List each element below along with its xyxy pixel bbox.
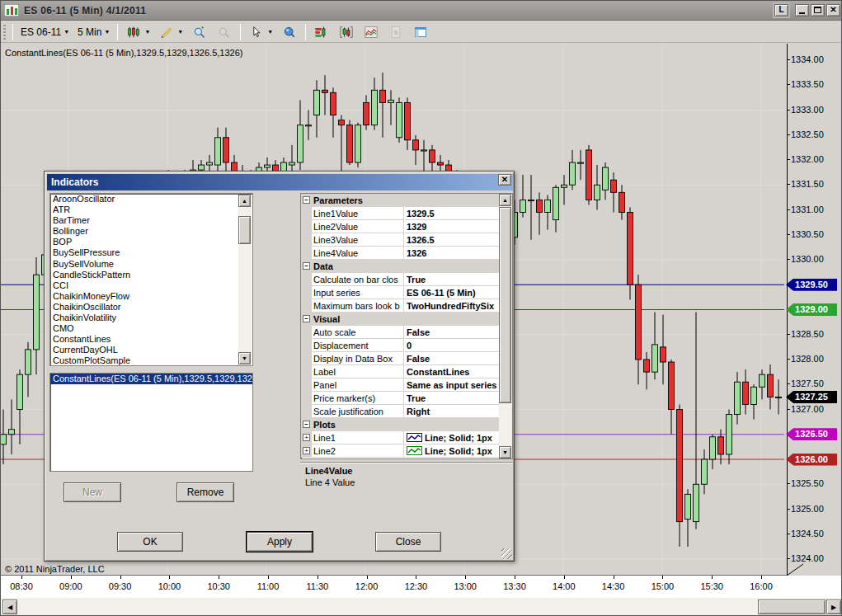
grid-scrollbar[interactable]: ▲ ▼ bbox=[499, 194, 512, 458]
lock-button[interactable]: L bbox=[774, 4, 788, 16]
property-row-calculate-on-bar-clos[interactable]: Calculate on bar closTrue bbox=[301, 273, 500, 286]
property-value[interactable]: True bbox=[404, 275, 500, 284]
property-row-input-series[interactable]: Input seriesES 06-11 (5 Min) bbox=[301, 286, 500, 299]
indicator-list-item[interactable]: Bollinger bbox=[50, 226, 252, 237]
property-row-auto-scale[interactable]: Auto scaleFalse bbox=[301, 326, 500, 339]
list-scrollbar[interactable]: ▲ ▼ bbox=[238, 195, 252, 364]
instrument-dropdown[interactable]: ES 06-11 ▼ bbox=[16, 25, 73, 40]
property-value[interactable]: Same as input series bbox=[404, 380, 500, 390]
property-value[interactable]: False bbox=[404, 354, 500, 364]
indicators-button[interactable] bbox=[359, 23, 383, 41]
collapse-icon[interactable]: − bbox=[303, 196, 310, 204]
scrollbar-thumb[interactable] bbox=[499, 207, 511, 403]
property-value[interactable]: Line; Solid; 1px bbox=[404, 433, 500, 443]
scroll-right-button[interactable]: ▶ bbox=[826, 600, 841, 614]
property-row-panel[interactable]: PanelSame as input series bbox=[301, 379, 500, 392]
zoom-in-button[interactable] bbox=[187, 23, 212, 41]
scroll-down-button[interactable]: ▼ bbox=[238, 352, 251, 364]
indicator-list-item[interactable]: BuySellPressure bbox=[50, 247, 252, 258]
remove-button[interactable]: Remove bbox=[176, 482, 234, 502]
collapse-icon[interactable]: − bbox=[303, 421, 310, 428]
indicator-list-item[interactable]: ChaikinVolatility bbox=[50, 313, 252, 323]
property-category-visual[interactable]: −Visual bbox=[301, 313, 500, 326]
indicator-list-item[interactable]: CCI bbox=[50, 280, 252, 291]
scrollbar-thumb[interactable] bbox=[238, 216, 251, 244]
property-value[interactable]: True bbox=[404, 393, 500, 403]
indicator-list-item[interactable]: CustomPlotSample bbox=[50, 355, 252, 366]
ok-button[interactable]: OK bbox=[117, 532, 183, 552]
property-row-display-in-data-box[interactable]: Display in Data BoxFalse bbox=[301, 352, 500, 365]
property-category-plots[interactable]: −Plots bbox=[301, 418, 500, 431]
scroll-up-button[interactable]: ▲ bbox=[238, 195, 251, 207]
selected-indicator-item[interactable]: ConstantLines(ES 06-11 (5 Min),1329.5,13… bbox=[50, 374, 252, 384]
indicator-list-item[interactable]: ConstantLines bbox=[50, 334, 252, 345]
property-row-line2[interactable]: +Line2Line; Solid; 1px bbox=[301, 444, 500, 458]
apply-button[interactable]: Apply bbox=[247, 532, 313, 552]
property-value[interactable]: ES 06-11 (5 Min) bbox=[404, 288, 500, 298]
property-row-line3value[interactable]: Line3Value1326.5 bbox=[301, 233, 500, 247]
draw-tool-button[interactable]: ▼ bbox=[154, 23, 187, 41]
property-row-line1value[interactable]: Line1Value1329.5 bbox=[301, 207, 500, 220]
property-value[interactable]: 1329.5 bbox=[404, 209, 500, 219]
property-value[interactable]: ConstantLines bbox=[404, 367, 500, 377]
property-row-line2value[interactable]: Line2Value1329 bbox=[301, 220, 500, 233]
toolbar-grip[interactable] bbox=[3, 25, 6, 40]
property-value[interactable]: Right bbox=[404, 407, 500, 416]
maximize-button[interactable] bbox=[811, 4, 825, 16]
scroll-up-button[interactable]: ▲ bbox=[499, 194, 511, 206]
collapse-icon[interactable]: − bbox=[303, 315, 310, 322]
resize-grip[interactable] bbox=[501, 548, 512, 559]
property-row-line4value[interactable]: Line4Value1326 bbox=[301, 247, 500, 260]
horizontal-scrollbar[interactable]: ◀ ▶ bbox=[1, 597, 842, 616]
bar-style-button[interactable]: ▼ bbox=[121, 23, 154, 41]
available-indicators-list[interactable]: ▲ ▼ AroonOscillatorATRBarTimerBollingerB… bbox=[49, 193, 253, 366]
data-box-button[interactable] bbox=[277, 23, 302, 41]
property-row-maximum-bars-look-b[interactable]: Maximum bars look bTwoHundredFiftySix bbox=[301, 299, 500, 313]
scroll-down-button[interactable]: ▼ bbox=[499, 446, 511, 458]
price-axis[interactable]: 1334.001333.501333.001332.501332.001331.… bbox=[784, 44, 842, 576]
expand-icon[interactable]: + bbox=[303, 434, 310, 441]
indicator-list-item[interactable]: BOP bbox=[50, 237, 252, 247]
minimize-button[interactable] bbox=[795, 4, 809, 16]
expand-icon[interactable]: + bbox=[303, 447, 310, 454]
indicator-list-item[interactable]: CMO bbox=[50, 323, 252, 334]
bar-type-button[interactable] bbox=[334, 23, 359, 41]
close-dialog-button[interactable]: Close bbox=[375, 532, 441, 552]
property-value[interactable]: 1326 bbox=[404, 248, 500, 258]
property-grid[interactable]: −ParametersLine1Value1329.5Line2Value132… bbox=[300, 193, 513, 459]
property-value[interactable]: 0 bbox=[404, 341, 500, 350]
property-value[interactable]: Line; Solid; 1px bbox=[404, 446, 500, 456]
property-value[interactable]: TwoHundredFiftySix bbox=[404, 301, 500, 311]
property-row-displacement[interactable]: Displacement0 bbox=[301, 339, 500, 352]
selected-indicators-list[interactable]: ConstantLines(ES 06-11 (5 Min),1329.5,13… bbox=[49, 373, 253, 472]
property-category-parameters[interactable]: −Parameters bbox=[301, 194, 500, 207]
property-row-label[interactable]: LabelConstantLines bbox=[301, 365, 500, 379]
title-bar[interactable]: ES 06-11 (5 Min) 4/1/2011 L ✕ bbox=[1, 1, 842, 21]
indicator-list-item[interactable]: BuySellVolume bbox=[50, 259, 252, 270]
cursor-button[interactable]: ▼ bbox=[244, 23, 277, 41]
property-row-scale-justification[interactable]: Scale justificationRight bbox=[301, 405, 500, 418]
indicator-list-item[interactable]: BarTimer bbox=[50, 215, 252, 226]
collapse-icon[interactable]: − bbox=[303, 262, 310, 270]
property-category-data[interactable]: −Data bbox=[301, 260, 500, 273]
scrollbar-thumb[interactable] bbox=[758, 600, 826, 614]
dialog-title-bar[interactable]: Indicators bbox=[47, 174, 513, 190]
property-value[interactable]: False bbox=[404, 327, 500, 337]
scroll-left-button[interactable]: ◀ bbox=[2, 600, 17, 614]
property-row-price-marker-s-[interactable]: Price marker(s)True bbox=[301, 392, 500, 405]
indicator-list-item[interactable]: AroonOscillator bbox=[50, 194, 252, 205]
indicator-list-item[interactable]: ATR bbox=[50, 205, 252, 215]
interval-dropdown[interactable]: 5 Min ▼ bbox=[73, 25, 114, 40]
property-value[interactable]: 1329 bbox=[404, 222, 500, 232]
chart-trader-button[interactable] bbox=[309, 23, 334, 41]
indicator-list-item[interactable]: ChaikinOscillator bbox=[50, 302, 252, 313]
time-axis[interactable]: 08:3009:0009:3010:0010:3011:0011:3012:00… bbox=[1, 576, 842, 597]
close-button[interactable]: ✕ bbox=[826, 4, 840, 16]
indicator-list-item[interactable]: ChaikinMoneyFlow bbox=[50, 291, 252, 302]
property-row-line1[interactable]: +Line1Line; Solid; 1px bbox=[301, 431, 500, 444]
property-value[interactable]: 1326.5 bbox=[404, 235, 500, 245]
indicator-list-item[interactable]: CurrentDayOHL bbox=[50, 345, 252, 355]
indicator-list-item[interactable]: CandleStickPattern bbox=[50, 270, 252, 280]
dialog-close-button[interactable]: ✕ bbox=[498, 174, 511, 186]
panel-button[interactable] bbox=[408, 23, 433, 41]
